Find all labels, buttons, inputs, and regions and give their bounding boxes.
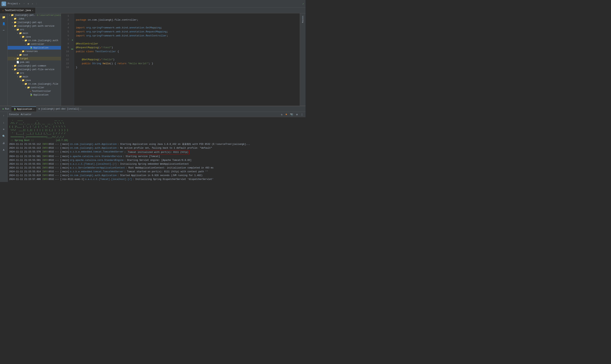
bottom-panel: ▶ Run 🍃 Application ✕ ⚙ jialiangkj-pet-d… — [0, 106, 306, 182]
log-pid: 8532 — [48, 146, 54, 150]
log-level: INFO — [42, 170, 48, 173]
log-line: 2024-11-11 21:15:53.814 INFO 8532 --- [ … — [8, 170, 306, 174]
src-2-label: src — [20, 72, 24, 75]
tree-application-1[interactable]: 🍃 Application — [8, 46, 61, 50]
folder-icon: 📁 — [16, 72, 19, 75]
refresh-button[interactable]: ↻ — [280, 113, 283, 117]
tree-auth-package[interactable]: ▾ 📁 cn.com.jialiangkj.auth — [8, 39, 61, 42]
tree-arrow: ▾ — [19, 79, 22, 82]
run-tab[interactable]: ▶ Run — [1, 106, 11, 112]
wrap-button[interactable]: ≡ — [1, 126, 7, 132]
tree-java-1[interactable]: ▾ 📁 java — [8, 35, 61, 39]
more-button[interactable]: ⋮ — [35, 2, 38, 5]
actuator-tab-btn[interactable]: Actuator — [21, 113, 32, 116]
log-line: 2024-11-11 21:15:53.819 INFO 8532 --- [ … — [8, 174, 306, 177]
console-toolbar: Console Actuator ↻ ■ 📷 ⚙ ⋮ — [8, 112, 306, 117]
tree-java-2[interactable]: ▾ 📁 java — [8, 78, 61, 82]
tab-close-button[interactable]: ✕ — [32, 9, 33, 12]
log-time: 2024-11-11 21:15:53.581 — [9, 158, 41, 162]
tree-auth-service[interactable]: ▾ 📁 jialiangkj-pet-auth-service — [8, 24, 61, 28]
close-button[interactable]: ✕ — [31, 2, 34, 5]
application-tab[interactable]: 🍃 Application ✕ — [12, 106, 36, 112]
tree-testcontroller[interactable]: ☕ TestController — [8, 89, 61, 93]
folder-icon: 📁 — [22, 36, 25, 38]
test-label: test — [23, 54, 28, 56]
maven-panel[interactable]: Maven — [300, 13, 306, 106]
tree-controller-2[interactable]: ▾ 📁 controller — [8, 86, 61, 89]
log-class: cn.com.jialiangkj.auth.Application — [70, 146, 117, 150]
file-tree-sidebar[interactable]: ▾ 📁 jialiangkj-pet-dev E:\sourceTree\jia… — [8, 13, 61, 106]
main-label: main — [23, 32, 28, 35]
tree-arrow: ▾ — [14, 72, 16, 74]
editor-tab-bar: ☕ TestController.java ✕ — [0, 8, 306, 13]
console-tab-btn[interactable]: Console — [9, 113, 19, 116]
spring-icon-2: 🍃 — [30, 93, 33, 96]
log-thread: --- [ — [55, 170, 62, 173]
pom-label: pom.xml — [20, 61, 29, 64]
pet-api-label: jialiangkj-pet-api — [17, 21, 42, 24]
console-toolbar-right: ↻ ■ 📷 ⚙ ⋮ — [280, 113, 304, 117]
install-tab-close[interactable]: ✕ — [80, 108, 81, 110]
log-msg: : Started Application in 0.928 seconds (… — [117, 174, 202, 177]
log-msg: : Tomcat initialized with port(s): 8111 … — [124, 150, 189, 154]
log-thread: --- [ — [55, 150, 62, 154]
spring-run-icon: 🍃 — [13, 108, 16, 111]
log-pid: 8532 — [48, 162, 54, 166]
log-class: cn.com.jialiangkj.auth.Application — [70, 143, 117, 146]
log-line: 2024-11-11 21:15:53.581 INFO 8532 --- [ … — [8, 155, 306, 158]
tree-arrow: ▾ — [11, 25, 14, 27]
java-label: java — [25, 36, 31, 38]
tree-pet-api[interactable]: ▸ 📁 jialiangkj-pet-api — [8, 21, 61, 24]
print-button[interactable]: 🖨 — [1, 140, 7, 146]
log-msg: : Initializing Spring DispatcherServlet … — [132, 178, 213, 181]
tree-main-1[interactable]: ▾ 📁 main — [8, 31, 61, 35]
gutter: ● ▶▶ — [70, 13, 74, 106]
code-content[interactable]: package cn.com.jialiangkj.file.controlle… — [74, 13, 300, 106]
folder-icon: 📁 — [14, 17, 17, 20]
log-thread-name: main] — [62, 170, 69, 173]
log-class: o.s.b.w.embedded.tomcat.TomcatWebServer — [70, 170, 123, 173]
tree-file-service[interactable]: ▾ 📁 jialiangkj-pet-file-service — [8, 68, 61, 71]
stop-button[interactable]: ■ — [285, 113, 288, 117]
person-tool-button[interactable]: 👤 — [1, 21, 7, 27]
maven-label: Maven — [302, 16, 304, 23]
log-time: 2024-11-11 21:15:57.486 — [9, 182, 41, 182]
log-line: 2024-11-11 21:15:53.112 INFO 8532 --- [ … — [8, 142, 306, 146]
tree-src-2[interactable]: ▾ 📁 src — [8, 71, 61, 75]
minimize-button[interactable]: — — [23, 2, 26, 5]
tree-pom-1[interactable]: 📄 pom.xml — [8, 60, 61, 64]
tree-arrow: ▸ — [11, 65, 14, 67]
console-output[interactable]: . ____ _ __ _ _ /\\ / ___'_ __ _ _(_)_ _… — [8, 117, 306, 182]
log-level: INFO — [42, 143, 48, 146]
project-tool-button[interactable]: 📁 — [1, 14, 7, 20]
tree-controller-1[interactable]: ▸ 📁 controller — [8, 42, 61, 46]
tree-root[interactable]: ▾ 📁 jialiangkj-pet-dev E:\sourceTree\jia… — [8, 13, 61, 17]
tree-file-package[interactable]: ▾ 📁 cn.com.jialiangkj.file — [8, 82, 61, 86]
root-folder-icon: 📁 — [11, 14, 14, 17]
float-button[interactable]: ⊞ — [27, 2, 30, 5]
project-label: Project — [8, 2, 18, 5]
code-container[interactable]: 1 2 3 4 5 6 7 8 9 10 11 12 15 16 — [61, 13, 300, 106]
run-tabs: ▶ Run 🍃 Application ✕ ⚙ jialiangkj-pet-d… — [0, 106, 306, 112]
install-tab[interactable]: ⚙ jialiangkj-pet-dev [install] ✕ — [37, 106, 83, 112]
font-button[interactable]: A — [1, 147, 7, 153]
camera-button[interactable]: 📷 — [289, 113, 294, 117]
tree-test-1[interactable]: ▸ 📁 test — [8, 53, 61, 57]
tree-idea[interactable]: ▸ 📁 .idea — [8, 17, 61, 21]
tree-application-2[interactable]: 🍃 Application — [8, 93, 61, 97]
log-thread-name: main] — [62, 166, 69, 169]
tree-common[interactable]: ▸ 📁 jialiangkj-pet-common — [8, 64, 61, 68]
filter-button[interactable]: 🔍 — [1, 133, 7, 139]
tree-src-1[interactable]: ▾ 📁 src — [8, 28, 61, 31]
tab-testcontroller[interactable]: ☕ TestController.java ✕ — [0, 8, 36, 13]
tree-main-2[interactable]: ▾ 📁 main — [8, 75, 61, 78]
app-tab-close[interactable]: ✕ — [33, 108, 34, 110]
scroll-down-button[interactable]: ↓ — [1, 119, 7, 126]
settings-button[interactable]: ⚙ — [295, 113, 299, 117]
tree-resources-1[interactable]: ▸ 📁 resources — [8, 50, 61, 53]
more-console-button[interactable]: ⋮ — [300, 113, 304, 117]
scroll-up-button[interactable]: ↑ — [1, 113, 7, 119]
log-time: 2024-11-11 21:15:53.631 — [9, 166, 41, 169]
menu-tool-button[interactable]: ⋯ — [1, 27, 7, 33]
tree-target-1[interactable]: ▸ 📁 target — [8, 57, 61, 60]
